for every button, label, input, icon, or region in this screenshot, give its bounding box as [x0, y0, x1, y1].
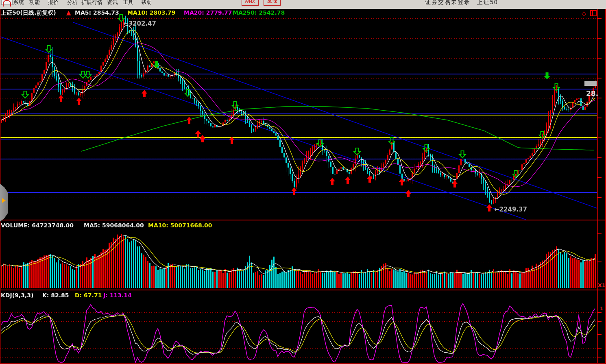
menu-item-2[interactable]: 报价 [48, 0, 59, 6]
volume-ma10-value: MA10: 50071668.00 [148, 222, 212, 229]
ma250-value: MA250: 2542.78 [233, 9, 285, 16]
volume-scale-label: X1 [598, 282, 606, 288]
ma5-value: MA5: 2854.73 [75, 9, 119, 16]
restore-window-icon[interactable] [590, 10, 597, 16]
menu-item-8[interactable]: 期权 [242, 0, 259, 6]
current-price-marker [584, 81, 597, 86]
kdj-title[interactable]: KDJ(9,3,3) [1, 292, 33, 299]
chart-canvas[interactable] [0, 0, 606, 364]
menu-item-0[interactable]: 系统 [13, 0, 24, 6]
kdj-axis-partial-label: 1 [600, 305, 604, 312]
kdj-d-value: D: 67.71 [75, 292, 102, 299]
expand-arrow-icon[interactable] [2, 198, 6, 203]
kdj-j-value: J: 113.14 [103, 292, 132, 299]
symbol-title[interactable]: 上证50(日线.前复权) [1, 9, 56, 17]
menu-item-6[interactable]: 工具 [123, 0, 133, 6]
diamond-icon[interactable]: ◇ [582, 10, 586, 17]
menu-item-4[interactable]: 扩展行情 [81, 0, 102, 6]
menu-item-9[interactable]: 发现 [264, 0, 281, 6]
low-price-label: ←2249.37 [494, 206, 527, 213]
ma10-value: MA10: 2803.79 [127, 9, 176, 16]
menu-item-1[interactable]: 功能 [29, 0, 40, 6]
volume-ma5-value: MA5: 59068064.00 [84, 222, 144, 229]
kdj-k-value: K: 82.85 [42, 292, 69, 299]
high-price-label: ←3202.47 [123, 20, 156, 27]
up-arrow-icon: ▲ [66, 9, 71, 16]
app-logo-icon[interactable] [1, 0, 13, 5]
menu-item-5[interactable]: 资讯 [107, 0, 118, 6]
volume-value: VOLUME: 64723748.00 [1, 222, 74, 229]
menu-item-3[interactable]: 分析 [67, 0, 78, 6]
ma20-value: MA20: 2779.77 [184, 9, 232, 16]
axis-price-partial-label: 28. [586, 89, 598, 98]
trading-app-window: 系统功能报价分析扩展行情资讯工具帮助期权发现 证券交易未登录 上证50 上证50… [0, 0, 606, 364]
login-status-text: 证券交易未登录 上证50 [425, 0, 498, 6]
menu-item-7[interactable]: 帮助 [141, 0, 152, 6]
